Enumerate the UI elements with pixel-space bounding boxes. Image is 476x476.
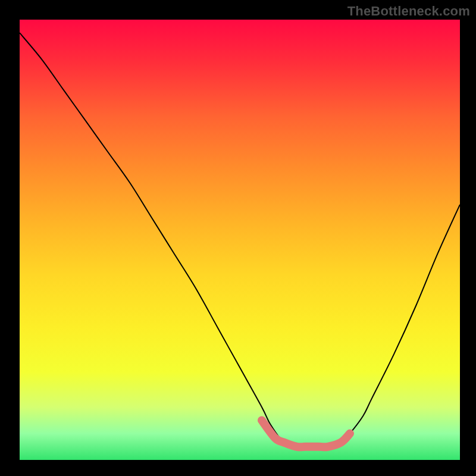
chart-plot-area: [20, 20, 460, 460]
chart-frame: TheBottleneck.com: [0, 0, 476, 476]
chart-svg: [20, 20, 460, 460]
bottleneck-curve: [20, 33, 460, 447]
watermark-text: TheBottleneck.com: [347, 4, 470, 19]
good-fit-region: [262, 420, 350, 447]
